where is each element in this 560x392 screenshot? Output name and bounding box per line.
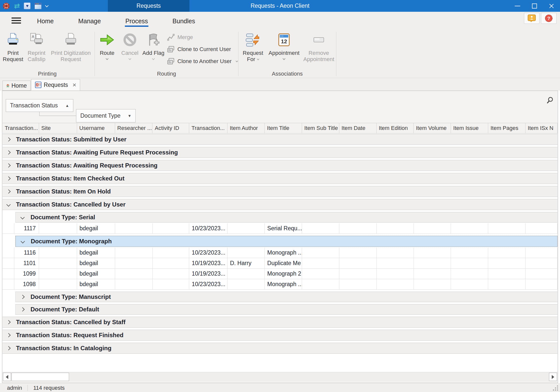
column-header-researcher[interactable]: Researcher ... <box>115 123 153 133</box>
request-row[interactable]: 1098bdegail10/23/2023...Monograph ... <box>3 279 557 290</box>
clone-to-another-user-button[interactable]: Clone to Another User <box>167 56 238 67</box>
column-header-item_isxn[interactable]: Item ISx N <box>525 123 557 133</box>
group-collapsed-icon[interactable] <box>7 163 11 168</box>
column-header-item_author[interactable]: Item Author <box>227 123 265 133</box>
document-type-group-row[interactable]: Document Type: Manuscript <box>16 292 557 302</box>
group-collapsed-icon[interactable] <box>7 189 11 194</box>
cancel-button[interactable]: Cancel <box>118 30 141 70</box>
ribbon-tab-manage[interactable]: Manage <box>70 14 109 27</box>
cancel-dropdown-icon[interactable] <box>128 57 131 60</box>
maximize-button[interactable] <box>526 0 543 12</box>
column-header-item_sub_title[interactable]: Item Sub Title <box>302 123 339 133</box>
transaction-status-group-row[interactable]: Transaction Status: Awaiting Request Pro… <box>3 160 557 171</box>
column-header-item_title[interactable]: Item Title <box>265 123 302 133</box>
add-flag-dropdown-icon[interactable] <box>152 57 155 60</box>
column-header-site[interactable]: Site <box>39 123 77 133</box>
horizontal-scrollbar[interactable] <box>3 372 557 381</box>
print-digitization-request-button[interactable]: Print Digitization Request <box>49 30 93 70</box>
cell-activity_id <box>153 223 189 234</box>
group-collapsed-icon[interactable] <box>7 150 11 155</box>
request-for-dropdown-icon[interactable] <box>257 58 259 60</box>
appointment-dropdown-icon[interactable] <box>283 57 285 60</box>
column-header-item_date[interactable]: Item Date <box>339 123 377 133</box>
cell-researcher <box>115 279 153 289</box>
route-dropdown-icon[interactable] <box>106 57 108 60</box>
doc-tab-home[interactable]: Home <box>3 81 31 91</box>
minimize-button[interactable] <box>509 0 526 12</box>
group-collapsed-icon[interactable] <box>7 320 11 324</box>
search-button[interactable] <box>546 96 554 104</box>
document-type-group-row[interactable]: Document Type: Serial <box>16 212 557 223</box>
document-type-group-row[interactable]: Document Type: Monograph <box>16 236 557 247</box>
column-header-username[interactable]: Username <box>77 123 115 133</box>
column-header-item_volume[interactable]: Item Volume <box>414 123 451 133</box>
button-label: Reprint <box>28 50 46 56</box>
clone-to-current-user-button[interactable]: Clone to Current User <box>167 44 231 55</box>
requests-panel: Transaction Status ▲ Document Type ▼ Tra… <box>2 91 558 383</box>
request-row[interactable]: 1101bdegail10/19/2023...D. HarryDuplicat… <box>3 258 557 269</box>
quick-access-dropdown-icon[interactable] <box>45 4 49 7</box>
group-collapsed-icon[interactable] <box>7 176 11 181</box>
route-button[interactable]: Route <box>96 30 118 70</box>
feedback-button[interactable] <box>524 13 539 24</box>
group-collapsed-icon[interactable] <box>7 346 11 350</box>
document-type-group-row[interactable]: Document Type: Default <box>16 304 557 315</box>
clone-to-another-user-dropdown-icon[interactable] <box>236 60 238 62</box>
transaction-status-group-row[interactable]: Transaction Status: Item Checked Out <box>3 173 557 184</box>
column-header-item_edition[interactable]: Item Edition <box>377 123 414 133</box>
quick-access-toolbar: ⇄ ♥ <box>3 0 48 12</box>
request-row[interactable]: 1117bdegail10/23/2023...Serial Requ... <box>3 223 557 234</box>
reprint-callslip-button[interactable]: A Reprint Callslip <box>25 30 48 70</box>
column-header-item_pages[interactable]: Item Pages <box>488 123 525 133</box>
transaction-status-group-row[interactable]: Transaction Status: Cancelled by Staff <box>3 317 557 328</box>
remove-appointment-button[interactable]: Remove Appointment <box>303 30 335 70</box>
close-button[interactable] <box>543 0 560 12</box>
print-request-button[interactable]: Print Request <box>2 30 25 70</box>
submit-check-icon[interactable]: ♥ <box>24 3 31 9</box>
menu-hamburger-icon[interactable] <box>12 18 21 24</box>
cell-item_title: Monograph 2 <box>265 269 302 279</box>
column-header-activity_id[interactable]: Activity ID <box>152 123 189 133</box>
transaction-status-group-row[interactable]: Transaction Status: Submitted by User <box>3 134 557 145</box>
group-by-document-type[interactable]: Document Type ▼ <box>76 109 136 122</box>
transaction-status-group-row[interactable]: Transaction Status: Request Finished <box>3 330 557 341</box>
transaction-status-group-row[interactable]: Transaction Status: Cancelled by User <box>3 199 557 210</box>
ribbon-tab-process[interactable]: Process <box>117 14 156 27</box>
column-header-number[interactable]: Transaction... <box>3 123 39 133</box>
column-header-transaction_date[interactable]: Transaction... <box>189 123 227 133</box>
add-flag-button[interactable]: Add Flag <box>142 30 165 70</box>
cell-item_pages <box>488 248 525 258</box>
doc-tab-close-icon[interactable]: × <box>73 82 76 88</box>
group-collapsed-icon[interactable] <box>21 295 25 299</box>
merge-button[interactable]: Merge <box>167 32 193 43</box>
client-window-icon[interactable] <box>35 3 42 9</box>
help-button[interactable]: ? <box>541 13 556 24</box>
transaction-status-group-row[interactable]: Transaction Status: Item On Hold <box>3 186 557 197</box>
resize-grip-icon[interactable] <box>553 385 558 391</box>
scrollbar-thumb[interactable] <box>12 373 69 381</box>
appointment-button[interactable]: 12 Appointment <box>266 30 302 70</box>
ribbon-tab-home[interactable]: Home <box>29 14 62 27</box>
doc-tab-requests[interactable]: A Requests × <box>31 79 80 91</box>
column-header-item_issue[interactable]: Item Issue <box>451 123 488 133</box>
group-expanded-icon[interactable] <box>21 215 25 220</box>
transaction-status-group-row[interactable]: Transaction Status: Awaiting Future Requ… <box>3 147 557 158</box>
request-row[interactable]: 1116bdegail10/23/2023...Monograph ... <box>3 248 557 258</box>
print-digitization-icon <box>63 32 79 48</box>
ribbon-tab-bundles[interactable]: Bundles <box>164 14 203 27</box>
cell-item_author <box>227 279 265 289</box>
request-for-button[interactable]: Request For <box>241 30 265 70</box>
sync-icon[interactable]: ⇄ <box>14 3 20 10</box>
group-by-transaction-status[interactable]: Transaction Status ▲ <box>6 99 73 112</box>
group-expanded-icon[interactable] <box>21 239 25 244</box>
group-expanded-icon[interactable] <box>7 203 11 207</box>
group-collapsed-icon[interactable] <box>7 137 11 142</box>
group-collapsed-icon[interactable] <box>7 333 11 337</box>
group-collapsed-icon[interactable] <box>21 307 25 312</box>
transaction-status-group-row[interactable]: Transaction Status: In Cataloging <box>3 343 557 354</box>
minimize-icon <box>515 6 520 6</box>
titlebar-requests-tab[interactable]: Requests <box>108 0 189 12</box>
request-row[interactable]: 1099bdegail10/19/2023...Monograph 2 <box>3 269 557 279</box>
scroll-right-button[interactable] <box>549 373 557 381</box>
scroll-left-button[interactable] <box>3 373 11 381</box>
